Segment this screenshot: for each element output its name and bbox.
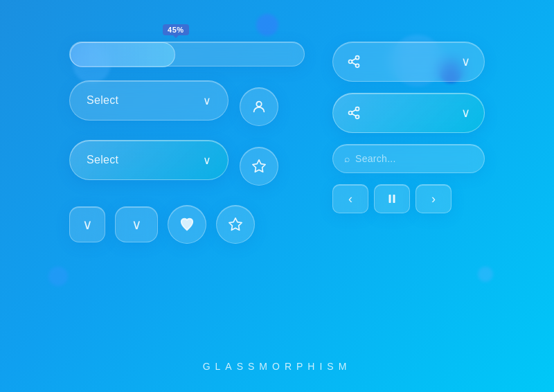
search-icon: ⌕ xyxy=(344,153,350,164)
chevron-icon-toggle-2: ∨ xyxy=(461,105,470,121)
svg-line-6 xyxy=(352,62,356,64)
chevron-icon-1: ∨ xyxy=(203,94,211,107)
heart-icon xyxy=(179,217,195,232)
page-title: GLASSMORPHISM xyxy=(203,361,352,372)
pause-button[interactable] xyxy=(374,184,410,213)
select-dropdown-1[interactable]: Select ∨ xyxy=(69,80,229,121)
next-icon: › xyxy=(431,192,436,206)
star-icon-button-1[interactable] xyxy=(240,147,278,186)
main-container: 45% Select ∨ Select ∨ xyxy=(69,42,485,350)
progress-label: 45% xyxy=(163,24,189,35)
star-icon-1 xyxy=(251,159,267,174)
blob-5 xyxy=(48,267,68,286)
blob-2 xyxy=(256,14,278,36)
right-column: ∨ ∨ ⌕ ‹ xyxy=(332,42,485,213)
svg-marker-2 xyxy=(229,218,242,230)
progress-bar-wrap: 45% xyxy=(69,42,305,66)
search-box[interactable]: ⌕ xyxy=(332,144,485,173)
chevron-button-2[interactable]: ∨ xyxy=(115,206,158,242)
prev-icon: ‹ xyxy=(348,192,352,206)
pause-icon xyxy=(386,193,398,205)
svg-marker-1 xyxy=(253,160,265,172)
media-controls: ‹ › xyxy=(332,184,485,213)
svg-line-7 xyxy=(352,58,356,60)
share-icon-2 xyxy=(347,106,361,120)
small-buttons-row: ∨ ∨ xyxy=(69,205,305,244)
star-icon-2 xyxy=(228,217,243,232)
chevron-button-1[interactable]: ∨ xyxy=(69,206,105,242)
left-column: 45% Select ∨ Select ∨ xyxy=(69,42,305,244)
user-icon-button[interactable] xyxy=(240,87,278,126)
chevron-icon-toggle-1: ∨ xyxy=(461,54,470,69)
select-1-label: Select xyxy=(87,94,118,107)
user-icon xyxy=(251,99,267,114)
prev-button[interactable]: ‹ xyxy=(332,184,368,213)
next-button[interactable]: › xyxy=(416,184,452,213)
select-dropdown-2[interactable]: Select ∨ xyxy=(69,140,229,180)
share-icon-1 xyxy=(347,55,361,69)
search-input[interactable] xyxy=(355,153,473,164)
chevron-down-icon-sm-1: ∨ xyxy=(82,216,93,233)
svg-line-11 xyxy=(352,114,356,116)
chevron-icon-2: ∨ xyxy=(203,154,211,167)
share-toggle-2[interactable]: ∨ xyxy=(332,93,485,133)
chevron-down-icon-sm-2: ∨ xyxy=(132,216,142,233)
star-icon-button-2[interactable] xyxy=(216,205,255,244)
svg-rect-13 xyxy=(389,195,391,203)
share-toggle-1[interactable]: ∨ xyxy=(332,42,485,82)
svg-line-12 xyxy=(352,109,356,112)
svg-rect-14 xyxy=(393,195,395,203)
svg-point-0 xyxy=(256,102,261,107)
progress-bar-fill xyxy=(70,42,175,67)
select-2-label: Select xyxy=(87,154,118,166)
progress-section: 45% xyxy=(69,42,305,66)
heart-icon-button[interactable] xyxy=(168,205,206,244)
